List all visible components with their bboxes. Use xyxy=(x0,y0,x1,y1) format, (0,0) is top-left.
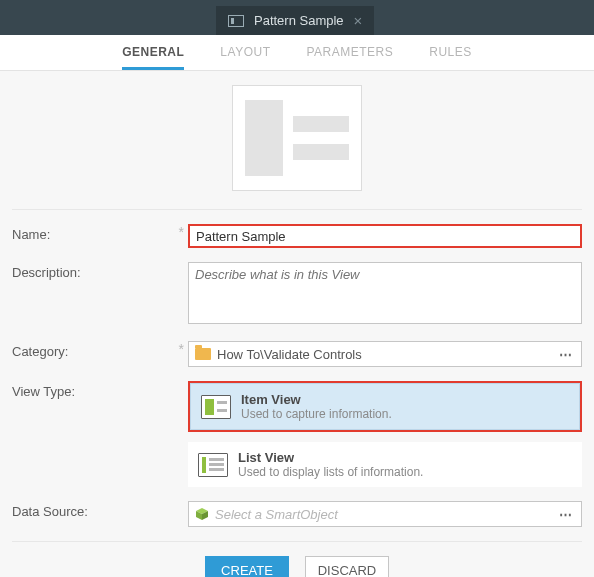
folder-icon xyxy=(195,348,211,360)
list-view-icon xyxy=(198,453,228,477)
discard-button[interactable]: DISCARD xyxy=(305,556,389,577)
category-value: How To\Validate Controls xyxy=(217,347,549,362)
label-name: Name: xyxy=(12,224,172,242)
view-icon xyxy=(228,15,244,27)
required-icon: * xyxy=(172,341,184,357)
label-data-source: Data Source: xyxy=(12,501,172,519)
data-source-placeholder: Select a SmartObject xyxy=(215,507,549,522)
tab-layout[interactable]: LAYOUT xyxy=(220,45,270,70)
label-category: Category: xyxy=(12,341,172,359)
view-thumbnail xyxy=(232,85,362,191)
tab-general[interactable]: GENERAL xyxy=(122,45,184,70)
category-picker[interactable]: How To\Validate Controls ⋯ xyxy=(188,341,582,367)
ellipsis-icon[interactable]: ⋯ xyxy=(555,347,577,362)
data-source-picker[interactable]: Select a SmartObject ⋯ xyxy=(188,501,582,527)
tab-parameters[interactable]: PARAMETERS xyxy=(306,45,393,70)
name-input[interactable] xyxy=(188,224,582,248)
list-view-desc: Used to display lists of information. xyxy=(238,465,423,479)
title-bar: Pattern Sample × xyxy=(0,6,594,35)
ellipsis-icon[interactable]: ⋯ xyxy=(555,507,577,522)
item-view-desc: Used to capture information. xyxy=(241,407,392,421)
label-view-type: View Type: xyxy=(12,381,172,399)
view-type-list[interactable]: List View Used to display lists of infor… xyxy=(188,442,582,487)
create-button[interactable]: CREATE xyxy=(205,556,289,577)
label-description: Description: xyxy=(12,262,172,280)
item-view-title: Item View xyxy=(241,392,392,407)
designer-tab[interactable]: Pattern Sample × xyxy=(216,6,374,35)
tab-title: Pattern Sample xyxy=(254,13,344,28)
tab-rules[interactable]: RULES xyxy=(429,45,472,70)
required-icon: * xyxy=(172,224,184,240)
wizard-nav: GENERAL LAYOUT PARAMETERS RULES xyxy=(0,35,594,71)
smartobject-icon xyxy=(195,507,209,521)
list-view-title: List View xyxy=(238,450,423,465)
close-icon[interactable]: × xyxy=(354,12,363,29)
view-type-item[interactable]: Item View Used to capture information. xyxy=(190,383,580,430)
description-input[interactable] xyxy=(188,262,582,324)
item-view-icon xyxy=(201,395,231,419)
